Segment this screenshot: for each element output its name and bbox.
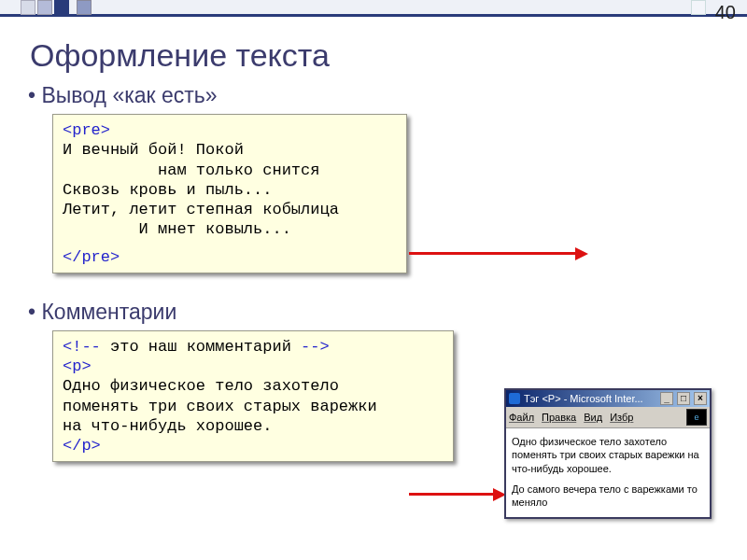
browser-window: Тэг <Р> - Microsoft Inter... _ □ × Файл … <box>504 388 712 519</box>
decor-square <box>21 0 35 15</box>
tag-p-open: <p> <box>63 357 92 375</box>
arrow-icon <box>409 493 495 496</box>
menu-edit[interactable]: Правка <box>542 412 576 423</box>
browser-content-area: Одно физическое тело захотело поменять т… <box>506 428 710 517</box>
arrow-icon <box>409 252 577 255</box>
decor-square <box>77 0 92 15</box>
slide-topbar <box>0 0 747 17</box>
menu-view[interactable]: Вид <box>584 412 602 423</box>
bullet-comments: Комментарии <box>28 300 747 325</box>
browser-title: Тэг <Р> - Microsoft Inter... <box>524 393 656 404</box>
bullet-preformatted: Вывод «как есть» <box>28 83 747 108</box>
tag-pre-close: </pre> <box>63 248 120 266</box>
page-title: Оформление текста <box>30 37 747 74</box>
code-block-pre: <pre> И вечный бой! Покой нам только сни… <box>52 114 407 273</box>
ie-logo-icon: e <box>686 409 707 426</box>
tag-p-close: </p> <box>63 437 101 455</box>
page-number: 40 <box>715 2 736 23</box>
ie-icon <box>509 393 520 404</box>
code-line: поменять три своих старых варежки <box>63 398 377 415</box>
code-line: И мнет ковыль... <box>63 220 291 238</box>
code-line: Одно физическое тело захотело <box>63 377 339 395</box>
decor-square <box>691 0 706 15</box>
code-line: нам только снится <box>63 161 319 179</box>
minimize-button[interactable]: _ <box>660 392 673 405</box>
browser-menubar: Файл Правка Вид Избр e <box>506 407 710 428</box>
comment-close: --> <box>301 338 330 356</box>
comment-text: это наш комментарий <box>101 338 301 356</box>
code-line: Летит, летит степная кобылица <box>63 201 339 218</box>
code-line: на что-нибудь хорошее. <box>63 417 272 435</box>
menu-file[interactable]: Файл <box>509 412 534 423</box>
code-line: И вечный бой! Покой <box>63 141 244 159</box>
maximize-button[interactable]: □ <box>677 392 690 405</box>
tag-pre-open: <pre> <box>63 121 110 139</box>
rendered-paragraph: До самого вечера тело с варежками то мен… <box>512 483 704 510</box>
code-line: Сквозь кровь и пыль... <box>63 181 272 199</box>
browser-titlebar: Тэг <Р> - Microsoft Inter... _ □ × <box>506 390 710 407</box>
close-button[interactable]: × <box>694 392 707 405</box>
decor-square <box>54 0 69 15</box>
rendered-paragraph: Одно физическое тело захотело поменять т… <box>512 435 704 475</box>
code-block-comment: <!-- это наш комментарий --> <p> Одно фи… <box>52 330 454 463</box>
menu-favorites[interactable]: Избр <box>610 412 633 423</box>
comment-open: <!-- <box>63 338 101 356</box>
decor-square <box>37 0 52 15</box>
